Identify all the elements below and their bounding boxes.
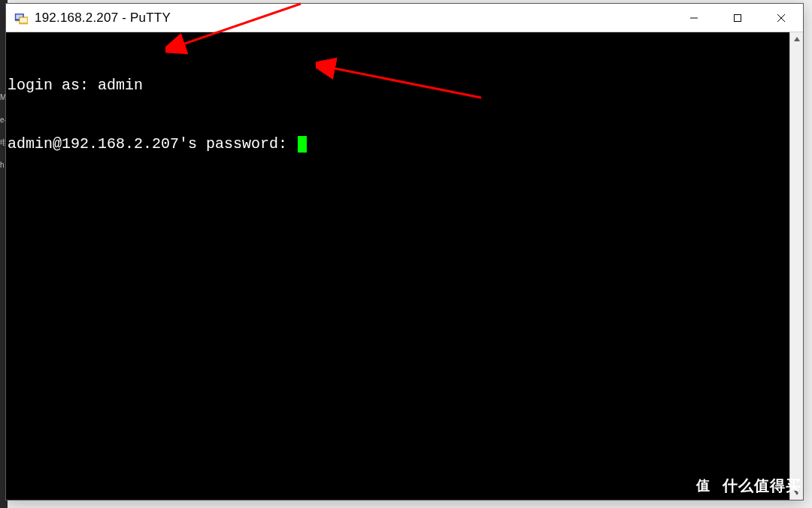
putty-icon <box>14 11 29 26</box>
terminal-area: login as: admin admin@192.168.2.207's pa… <box>6 32 803 500</box>
window-title: 192.168.2.207 - PuTTY <box>35 11 672 26</box>
terminal-cursor <box>298 136 307 153</box>
scroll-up-button[interactable] <box>790 32 803 46</box>
svg-rect-5 <box>735 14 741 21</box>
titlebar[interactable]: 192.168.2.207 - PuTTY <box>6 4 803 32</box>
watermark-text: 什么值得买 <box>723 476 801 496</box>
maximize-button[interactable] <box>716 4 759 32</box>
scrollbar[interactable] <box>789 32 803 500</box>
window-controls <box>672 4 803 32</box>
minimize-button[interactable] <box>672 4 716 32</box>
putty-window: 192.168.2.207 - PuTTY login as: admin ad… <box>5 3 804 500</box>
svg-rect-3 <box>20 18 27 23</box>
terminal-line-password: admin@192.168.2.207's password: <box>8 135 788 154</box>
close-button[interactable] <box>759 4 803 32</box>
terminal-line-login: login as: admin <box>8 76 788 95</box>
watermark: 值 什么值得买 <box>689 472 801 499</box>
terminal[interactable]: login as: admin admin@192.168.2.207's pa… <box>6 32 789 500</box>
watermark-badge-icon: 值 <box>689 472 717 499</box>
